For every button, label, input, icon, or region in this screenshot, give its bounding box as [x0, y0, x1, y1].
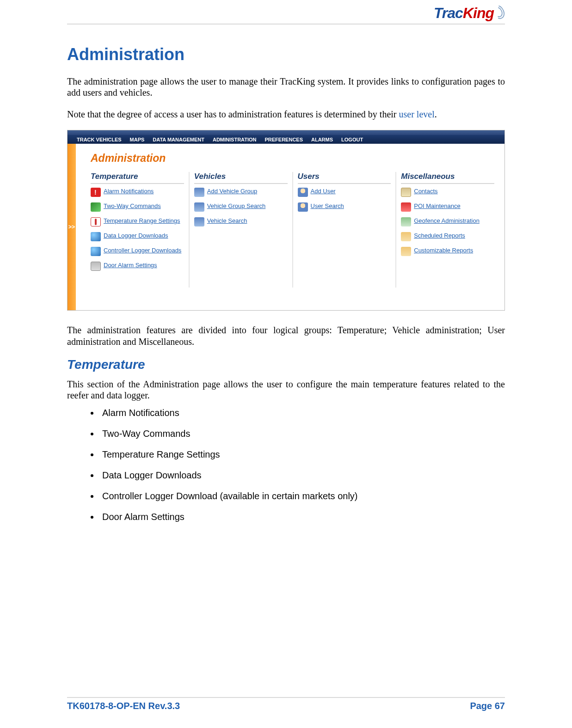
- bullet-item: Data Logger Downloads: [99, 470, 505, 481]
- admin-link-label: Vehicle Group Search: [207, 202, 265, 210]
- bullet-item: Temperature Range Settings: [99, 449, 505, 460]
- menu-item-alarms[interactable]: ALARMS: [311, 137, 333, 142]
- menu-item-data-management[interactable]: DATA MANAGEMENT: [153, 137, 204, 142]
- admin-link-data-logger-downloads[interactable]: Data Logger Downloads: [91, 232, 184, 241]
- intro-paragraph-1: The administration page allows the user …: [67, 76, 505, 98]
- admin-link-contacts[interactable]: Contacts: [401, 188, 494, 197]
- admin-link-temperature-range-settings[interactable]: Temperature Range Settings: [91, 217, 184, 226]
- admin-link-two-way-commands[interactable]: Two-Way Commands: [91, 202, 184, 212]
- admin-link-vehicle-group-search[interactable]: Vehicle Group Search: [194, 202, 288, 212]
- admin-link-door-alarm-settings[interactable]: Door Alarm Settings: [91, 262, 184, 271]
- admin-link-label: Door Alarm Settings: [104, 262, 157, 269]
- admin-link-label: Vehicle Search: [207, 217, 247, 225]
- logo-arc-icon: [494, 5, 505, 18]
- admin-link-add-user[interactable]: Add User: [298, 188, 391, 197]
- menu-item-maps[interactable]: MAPS: [130, 137, 145, 142]
- menu-item-administration[interactable]: ADMINISTRATION: [213, 137, 257, 142]
- admin-link-label: Data Logger Downloads: [104, 232, 168, 240]
- user-icon: [298, 202, 308, 212]
- admin-link-label: Geofence Administration: [414, 217, 480, 225]
- admin-link-add-vehicle-group[interactable]: Add Vehicle Group: [194, 188, 288, 197]
- footer-page: Page 67: [470, 701, 505, 711]
- temperature-heading: Temperature: [67, 357, 505, 372]
- user-icon: [298, 188, 308, 197]
- bullet-item: Door Alarm Settings: [99, 512, 505, 522]
- admin-link-scheduled-reports[interactable]: Scheduled Reports: [401, 232, 494, 241]
- admin-link-label: POI Maintenance: [414, 202, 460, 210]
- bullet-item: Two-Way Commands: [99, 428, 505, 439]
- intro2-pre: Note that the degree of access a user ha…: [67, 109, 399, 119]
- page-footer: TK60178-8-OP-EN Rev.3.3 Page 67: [67, 697, 505, 711]
- geo-icon: [401, 217, 411, 226]
- admin-column-users: UsersAdd UserUser Search: [298, 172, 391, 288]
- admin-link-label: Add Vehicle Group: [207, 188, 257, 196]
- truck-icon: [194, 188, 204, 197]
- house-icon: [401, 202, 411, 212]
- logo-king: King: [463, 5, 494, 21]
- admin-link-poi-maintenance[interactable]: POI Maintenance: [401, 202, 494, 212]
- admin-link-geofence-administration[interactable]: Geofence Administration: [401, 217, 494, 226]
- admin-link-label: Add User: [311, 188, 336, 196]
- screenshot-page-title: Administration: [91, 152, 494, 165]
- column-title-miscellaneous: Miscellaneous: [401, 172, 494, 184]
- screenshot-menubar: TRACK VEHICLESMAPSDATA MANAGEMENTADMINIS…: [68, 135, 504, 144]
- menu-item-track-vehicles[interactable]: TRACK VEHICLES: [77, 137, 122, 142]
- sidebar-expand-toggle[interactable]: >>: [68, 144, 76, 310]
- column-title-temperature: Temperature: [91, 172, 184, 184]
- globe-icon: [91, 232, 101, 241]
- temp-icon: [91, 217, 101, 226]
- bullet-item: Alarm Notifications: [99, 408, 505, 418]
- admin-link-label: Controller Logger Downloads: [104, 247, 181, 255]
- admin-link-customizable-reports[interactable]: Customizable Reports: [401, 247, 494, 256]
- screenshot-title-bar: [68, 130, 504, 135]
- column-divider: [395, 172, 396, 288]
- admin-link-label: User Search: [311, 202, 344, 210]
- admin-link-label: Temperature Range Settings: [104, 217, 180, 225]
- admin-link-controller-logger-downloads[interactable]: Controller Logger Downloads: [91, 247, 184, 256]
- intro2-post: .: [435, 109, 437, 119]
- door-icon: [91, 262, 101, 271]
- after-screenshot-paragraph: The administration features are divided …: [67, 324, 505, 347]
- admin-link-label: Alarm Notifications: [104, 188, 154, 196]
- truck-icon: [194, 217, 204, 226]
- header-rule: [67, 24, 505, 24]
- intro-paragraph-2: Note that the degree of access a user ha…: [67, 109, 505, 120]
- temperature-bullet-list: Alarm NotificationsTwo-Way CommandsTempe…: [99, 408, 505, 522]
- tracking-logo: TracKing: [434, 5, 505, 22]
- logo-trac: Trac: [434, 5, 463, 21]
- admin-column-vehicles: VehiclesAdd Vehicle GroupVehicle Group S…: [194, 172, 288, 288]
- admin-link-label: Customizable Reports: [414, 247, 473, 255]
- truck-icon: [194, 202, 204, 212]
- column-divider: [292, 172, 293, 288]
- menu-item-logout[interactable]: LOGOUT: [341, 137, 363, 142]
- user-level-link[interactable]: user level: [399, 109, 435, 119]
- column-title-vehicles: Vehicles: [194, 172, 288, 184]
- admin-link-alarm-notifications[interactable]: Alarm Notifications: [91, 188, 184, 197]
- column-divider: [189, 172, 190, 288]
- footer-doc-id: TK60178-8-OP-EN Rev.3.3: [67, 701, 180, 711]
- header-logo-row: TracKing: [67, 5, 505, 22]
- admin-link-label: Contacts: [414, 188, 437, 196]
- footer-page-label: Page: [470, 701, 494, 711]
- alarm-icon: [91, 188, 101, 197]
- report-icon: [401, 232, 411, 241]
- admin-link-vehicle-search[interactable]: Vehicle Search: [194, 217, 288, 226]
- globe-icon: [91, 247, 101, 256]
- admin-link-user-search[interactable]: User Search: [298, 202, 391, 212]
- bullet-item: Controller Logger Download (available in…: [99, 491, 505, 502]
- footer-page-number: 67: [495, 701, 505, 711]
- page-title: Administration: [67, 45, 505, 64]
- admin-screenshot: TRACK VEHICLESMAPSDATA MANAGEMENTADMINIS…: [67, 130, 505, 311]
- temperature-intro: This section of the Administration page …: [67, 379, 505, 401]
- card-icon: [401, 188, 411, 197]
- admin-column-temperature: TemperatureAlarm NotificationsTwo-Way Co…: [91, 172, 184, 288]
- admin-link-label: Scheduled Reports: [414, 232, 465, 240]
- admin-column-miscellaneous: MiscellaneousContactsPOI MaintenanceGeof…: [401, 172, 494, 288]
- admin-link-label: Two-Way Commands: [104, 202, 161, 210]
- twoway-icon: [91, 202, 101, 212]
- column-title-users: Users: [298, 172, 391, 184]
- menu-item-preferences[interactable]: PREFERENCES: [264, 137, 303, 142]
- report-icon: [401, 247, 411, 256]
